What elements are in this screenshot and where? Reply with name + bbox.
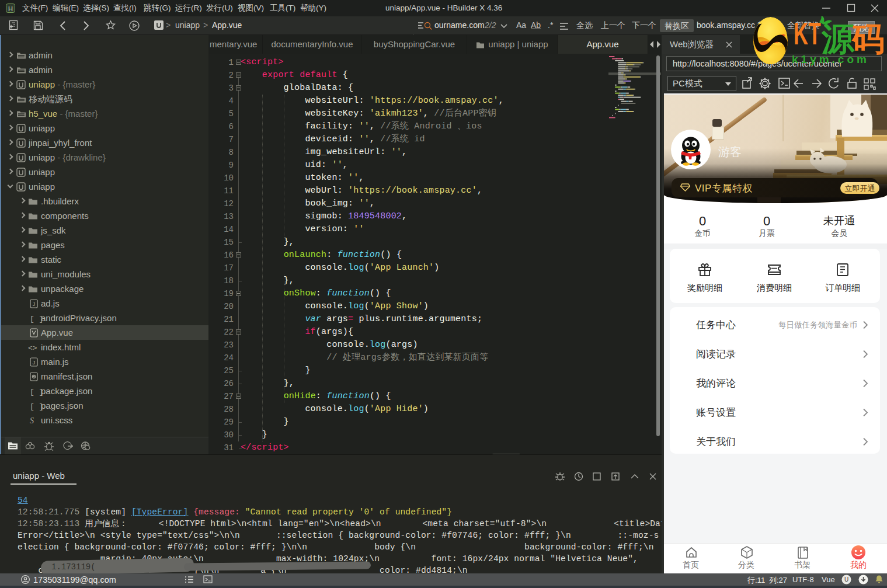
- svg-text:U: U: [844, 576, 848, 583]
- svg-text:H: H: [8, 5, 13, 12]
- svg-text:J: J: [33, 360, 36, 366]
- svg-text:J: J: [33, 301, 36, 307]
